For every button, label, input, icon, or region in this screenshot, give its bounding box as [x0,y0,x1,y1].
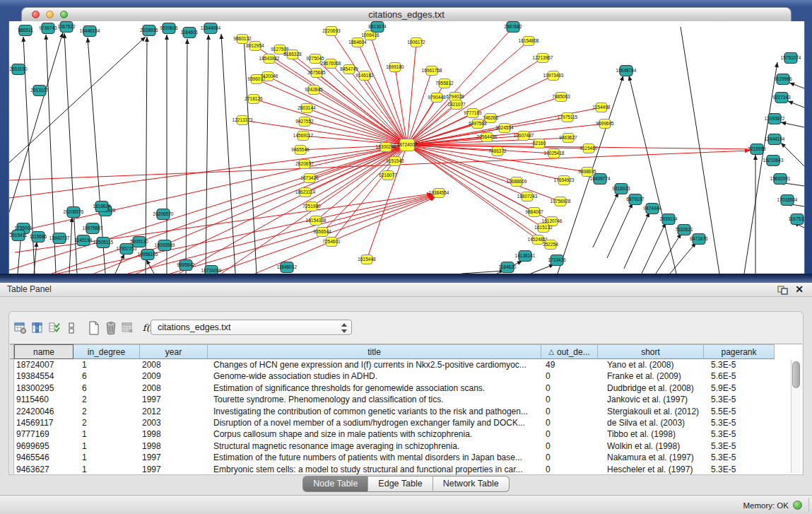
table-cell[interactable]: Tibbo et al. (1998) [598,428,704,440]
table-cell[interactable]: Embryonic stem cells: a model to study s… [208,464,541,474]
table-cell[interactable]: Wolkin et al. (1998) [598,440,704,452]
table-cell[interactable]: 14569117 [14,417,73,428]
table-cell[interactable]: 2003 [140,417,208,428]
column-header-pagerank[interactable]: pagerank [704,344,775,359]
table-cell[interactable]: 9465546 [14,452,73,463]
table-settings-icon[interactable] [13,320,28,337]
table-cell[interactable]: 1997 [140,394,208,405]
table-cell[interactable]: 6 [73,370,140,382]
table-cell[interactable]: 9777169 [14,428,73,440]
column-header-short[interactable]: short [598,344,704,359]
table-cell[interactable]: 0 [541,464,598,474]
table-cell[interactable]: 0 [541,417,598,428]
new-file-icon[interactable] [86,320,102,337]
table-vertical-scrollbar[interactable] [791,360,801,473]
table-row[interactable]: 911546021997Tourette syndrome. Phenomeno… [10,394,802,405]
table-cell[interactable]: 1997 [140,452,208,463]
column-header-out-de-[interactable]: △out_de... [541,344,598,359]
table-cell[interactable]: Stergiakouli et al. (2012) [598,406,704,417]
table-cell[interactable]: 0 [541,428,598,440]
table-cell[interactable]: 5.3E-5 [704,394,775,405]
table-cell[interactable]: 5.3E-5 [704,464,775,474]
column-header-in-degree[interactable]: in_degree [73,344,140,359]
table-cell[interactable]: Estimation of significance thresholds fo… [208,382,541,394]
table-cell[interactable]: Changes of HCN gene expression and I(f) … [208,359,541,370]
table-row[interactable]: 969969511998Structural magnetic resonanc… [10,440,802,452]
check-rows-icon[interactable] [47,320,62,337]
table-cell[interactable]: 0 [541,382,598,394]
table-cell[interactable]: 1998 [140,428,208,440]
table-cell[interactable]: Yano et al. (2008) [598,359,704,370]
table-row[interactable]: 946362711997Embryonic stem cells: a mode… [10,464,802,474]
delete-table-icon[interactable] [120,320,136,337]
table-cell[interactable]: 9463627 [14,464,73,474]
table-cell[interactable]: 1 [73,359,140,370]
column-header-name[interactable]: name [14,344,73,359]
table-cell[interactable]: 5.9E-5 [704,382,775,394]
table-cell[interactable]: 2 [73,417,140,428]
table-cell[interactable]: 0 [541,406,598,417]
table-row[interactable]: 977716911998Corpus callosum shape and si… [10,428,802,440]
table-cell[interactable]: 2 [73,394,140,405]
table-cell[interactable]: 9115460 [14,394,73,405]
table-cell[interactable]: 1 [73,464,140,474]
table-row[interactable]: 1456911722003Disruption of a novel membe… [10,417,802,428]
table-row[interactable]: 2242004622012Investigating the contribut… [10,406,802,417]
table-row[interactable]: 1938455462009Genome-wide association stu… [10,370,802,382]
scrollbar-thumb[interactable] [792,361,800,388]
table-cell[interactable]: 2009 [140,370,208,382]
tab-edge-table[interactable]: Edge Table [367,476,432,492]
table-cell[interactable]: Franke et al. (2009) [598,370,704,382]
table-cell[interactable]: 6 [73,382,140,394]
table-cell[interactable]: Structural magnetic resonance image aver… [208,440,541,452]
table-cell[interactable]: 1 [73,440,140,452]
table-cell[interactable]: 2008 [140,359,208,370]
table-cell[interactable]: 22420046 [14,406,73,417]
table-cell[interactable]: de Silva et al. (2003) [598,417,704,428]
table-cell[interactable]: 9699695 [14,440,73,452]
table-cell[interactable]: 2008 [140,382,208,394]
table-cell[interactable]: 0 [541,452,598,463]
table-cell[interactable]: 1998 [140,440,208,452]
table-cell[interactable]: 2012 [140,406,208,417]
table-cell[interactable]: 5.3E-5 [704,452,775,463]
table-cell[interactable]: 1997 [140,464,208,474]
table-cell[interactable]: Hescheler et al. (1997) [598,464,704,474]
table-cell[interactable]: Genome-wide association studies in ADHD. [208,370,541,382]
table-cell[interactable]: Jankovic et al. (1997) [598,394,704,405]
trash-icon[interactable] [103,320,119,337]
table-cell[interactable]: 1 [73,452,140,463]
citation-network-graph[interactable]: 1872400718300295927504528676068845474991… [9,21,804,274]
table-cell[interactable]: 19384554 [14,370,73,382]
resize-grip[interactable] [808,498,809,512]
table-cell[interactable]: Investigating the contribution of common… [208,406,541,417]
column-header-title[interactable]: title [208,344,541,359]
close-panel-icon[interactable]: ✕ [795,283,804,296]
column-header-year[interactable]: year [140,344,208,359]
table-cell[interactable]: Disruption of a novel member of a sodium… [208,417,541,428]
pane-splitter[interactable] [0,274,812,283]
table-cell[interactable]: Corpus callosum shape and size in male p… [208,428,541,440]
window-titlebar[interactable]: citations_edges.txt [21,7,792,21]
table-cell[interactable]: 5.5E-5 [704,406,775,417]
table-row[interactable]: 1830029562008Estimation of significance … [10,382,802,394]
table-cell[interactable]: Estimation of the future numbers of pati… [208,452,541,463]
table-cell[interactable]: Tourette syndrome. Phenomenology and cla… [208,394,541,405]
table-row[interactable]: 946554611997Estimation of the future num… [10,452,802,463]
table-row[interactable]: 1872400712008Changes of HCN gene express… [10,359,802,370]
table-cell[interactable]: 5.3E-5 [704,417,775,428]
table-cell[interactable]: 18300295 [14,382,73,394]
table-cell[interactable]: 0 [541,440,598,452]
table-cell[interactable]: 5.3E-5 [704,359,775,370]
table-cell[interactable]: 5.3E-5 [704,440,775,452]
float-panel-icon[interactable] [777,285,788,294]
table-cell[interactable]: 49 [541,359,598,370]
table-cell[interactable]: 2 [73,406,140,417]
column-pair-icon[interactable] [64,320,79,337]
table-cell[interactable]: 0 [541,370,598,382]
table-cell[interactable]: 1 [73,428,140,440]
table-selector-dropdown[interactable]: citations_edges.txt [151,320,352,335]
table-cell[interactable]: 5.3E-5 [704,428,775,440]
tab-node-table[interactable]: Node Table [302,476,367,492]
network-canvas[interactable]: 1872400718300295927504528676068845474991… [8,21,805,274]
